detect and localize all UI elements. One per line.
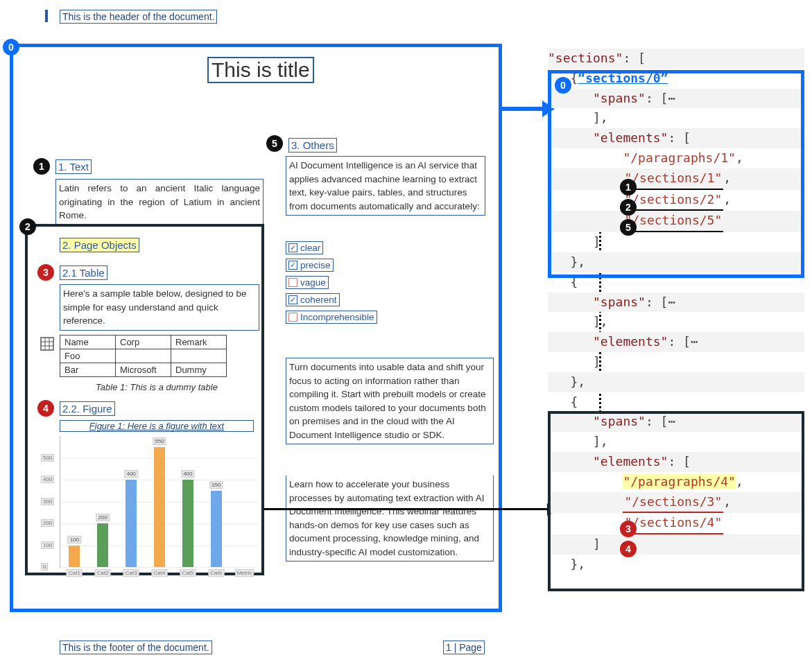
badge-0-json: 0 <box>555 77 571 94</box>
svg-rect-0 <box>41 338 53 350</box>
badge-5: 5 <box>266 135 283 152</box>
checklist: ✓clear✓precisevague✓coherentIncomprehens… <box>286 239 377 326</box>
section-3-heading: 3. Others <box>288 138 337 153</box>
bar <box>69 546 80 568</box>
td-1-0: Bar <box>60 363 116 377</box>
th-1: Corp <box>116 336 171 349</box>
document-footer: This is the footer of the document. <box>60 641 212 654</box>
figure-chart: 0100200300400500100Cat1200Cat2400Cat3550… <box>60 436 258 568</box>
bar <box>97 523 108 567</box>
check-item: vague <box>286 276 329 289</box>
bar-value-label: 400 <box>124 470 137 478</box>
y-tick: 100 <box>41 541 54 549</box>
badge-4: 4 <box>37 400 54 417</box>
bar-value-label: 350 <box>209 481 223 489</box>
badge-0-doc: 0 <box>3 39 19 55</box>
section-3-para3: Learn how to accelerate your business pr… <box>286 476 494 561</box>
checkbox-checked-icon: ✓ <box>288 243 297 252</box>
table-caption: Table 1: This is a dummy table <box>60 382 254 392</box>
bar-value-label: 400 <box>181 470 194 478</box>
section-21-heading: 2.1 Table <box>60 265 107 280</box>
section-21-para: Here's a sample table below, designed to… <box>60 284 259 331</box>
x-tick: Metric <box>235 569 254 577</box>
check-item: ✓coherent <box>286 293 340 306</box>
figure-caption: Figure 1: Here is a figure with text <box>60 420 254 432</box>
section-3-para1: AI Document Intelligence is an AI servic… <box>286 156 485 216</box>
y-tick: 400 <box>41 476 54 483</box>
json-line: "spans": [⋯ <box>548 293 804 313</box>
badge-3: 3 <box>37 264 54 281</box>
json-line: ] <box>548 352 804 372</box>
check-label: clear <box>300 243 320 253</box>
td-0-0: Foo <box>60 349 116 363</box>
checkbox-checked-icon: ✓ <box>288 295 297 304</box>
check-label: vague <box>300 277 326 288</box>
json-line: }, <box>548 372 804 392</box>
x-tick: Cat2 <box>95 569 111 577</box>
th-0: Name <box>60 336 116 349</box>
y-tick: 300 <box>41 498 54 505</box>
x-tick: Cat4 <box>152 569 168 577</box>
header-accent <box>45 10 48 22</box>
bar-value-label: 200 <box>96 514 110 521</box>
x-tick: Cat1 <box>67 569 83 577</box>
page-number: 1 | Page <box>443 641 485 654</box>
document-title: This is title <box>207 57 314 83</box>
check-label: coherent <box>300 295 337 305</box>
check-item: ✓precise <box>286 259 334 272</box>
table-icon <box>40 337 54 351</box>
bar-value-label: 550 <box>153 437 166 445</box>
bar-value-label: 100 <box>68 536 81 543</box>
section-22-heading: 2.2. Figure <box>60 401 115 416</box>
bar <box>182 480 193 567</box>
section-3-para2: Turn documents into usable data and shif… <box>286 358 494 444</box>
json-line: "elements": [⋯ <box>548 332 804 352</box>
json-line: "sections": [ <box>548 49 804 69</box>
check-item: ✓clear <box>286 241 323 254</box>
sample-table: Name Corp Remark Foo Bar Microsoft Dummy <box>60 335 227 377</box>
x-tick: Cat6 <box>208 569 224 577</box>
json-highlight-box-2 <box>548 411 804 591</box>
json-line: ], <box>548 312 804 332</box>
y-tick: 500 <box>41 454 54 462</box>
section-2-heading: 2. Page Objects <box>60 238 139 252</box>
badge-2-json: 2 <box>620 199 637 216</box>
y-tick: 0 <box>41 563 48 570</box>
x-tick: Cat3 <box>123 569 139 577</box>
td-1-2: Dummy <box>171 363 227 377</box>
badge-3-json: 3 <box>620 521 637 537</box>
check-label: precise <box>300 260 331 270</box>
check-item: Incomprehensible <box>286 311 377 324</box>
badge-4-json: 4 <box>620 541 637 557</box>
badge-5-json: 5 <box>620 219 637 236</box>
json-line: { <box>548 392 804 412</box>
th-2: Remark <box>171 336 227 349</box>
bar <box>154 447 165 567</box>
x-tick: Cat5 <box>180 569 196 577</box>
document-header: This is the header of the document. <box>60 10 217 24</box>
badge-1-json: 1 <box>620 179 637 195</box>
arrow-to-json-2 <box>264 508 548 510</box>
td-0-1 <box>116 349 171 363</box>
section-1-heading: 1. Text <box>55 159 92 174</box>
td-1-1: Microsoft <box>116 363 171 377</box>
bar <box>211 491 222 567</box>
json-highlight-box-0 <box>548 70 804 278</box>
checkbox-checked-icon: ✓ <box>288 261 297 270</box>
check-label: Incomprehensible <box>300 312 374 322</box>
section-1-para: Latin refers to an ancient Italic langua… <box>55 179 264 225</box>
checkbox-unchecked-icon <box>288 313 297 322</box>
y-tick: 200 <box>41 519 54 527</box>
badge-1: 1 <box>33 158 50 175</box>
badge-2: 2 <box>19 218 36 235</box>
bar <box>126 480 137 567</box>
arrow-to-json-0 <box>502 107 544 111</box>
td-0-2 <box>171 349 227 363</box>
checkbox-unchecked-icon <box>288 278 297 287</box>
